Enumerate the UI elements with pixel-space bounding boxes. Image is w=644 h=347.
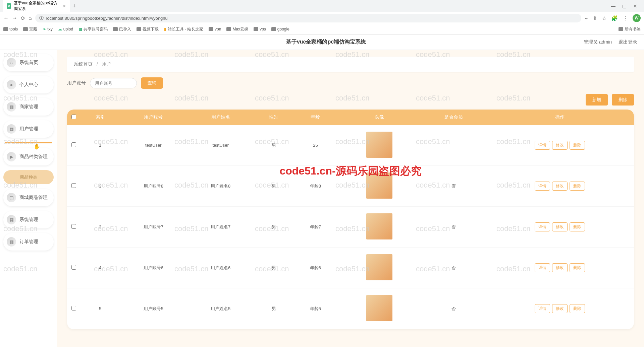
cell-account: 用户账号7 <box>120 207 187 248</box>
profile-avatar[interactable]: W <box>633 14 641 22</box>
bookmark-uplod[interactable]: ☁uplod <box>58 27 73 31</box>
tool-icon: ▮ <box>164 27 166 31</box>
menu-system[interactable]: ▦系统管理 <box>3 211 54 228</box>
new-tab-button[interactable]: + <box>72 3 76 10</box>
minimize-icon[interactable]: — <box>611 3 615 9</box>
add-button[interactable]: 新增 <box>586 94 608 106</box>
folder-icon <box>137 27 141 31</box>
menu-personal[interactable]: ●个人中心 <box>3 76 54 93</box>
folder-icon <box>226 27 231 31</box>
cell-account: 用户账号5 <box>120 288 187 329</box>
reload-icon[interactable]: ⟳ <box>21 15 25 21</box>
breadcrumb-home[interactable]: 系统首页 <box>74 61 93 67</box>
grid-icon: ▦ <box>7 215 16 224</box>
browser-tab[interactable]: V 基于vue全家桶的pc端仿淘宝系 × <box>3 0 70 14</box>
row-checkbox[interactable] <box>71 183 76 188</box>
maximize-icon[interactable]: ▢ <box>622 3 627 9</box>
bookmark-imported[interactable]: 已导入 <box>113 26 131 32</box>
user-icon: ● <box>7 80 16 89</box>
menu-home[interactable]: ⌂系统首页 <box>3 54 54 71</box>
cell-index: 5 <box>80 288 120 329</box>
key-icon[interactable]: ⌁ <box>585 15 588 21</box>
row-delete-button[interactable]: 删除 <box>570 141 585 150</box>
avatar-image <box>366 213 392 239</box>
menu-orders[interactable]: ▦订单管理 <box>3 233 54 251</box>
bookmark-max[interactable]: Max云梯 <box>226 26 248 32</box>
row-checkbox[interactable] <box>71 265 76 270</box>
menu-user-mgmt[interactable]: ▦用户管理 <box>3 120 54 138</box>
menu-category-sub[interactable]: 商品种类 <box>3 170 54 184</box>
select-all-checkbox[interactable] <box>71 115 76 119</box>
search-input[interactable] <box>90 78 137 88</box>
edit-button[interactable]: 修改 <box>552 182 568 191</box>
bookmark-all[interactable]: 所有书签 <box>619 26 641 32</box>
row-checkbox[interactable] <box>71 142 76 147</box>
row-delete-button[interactable]: 删除 <box>570 182 585 191</box>
site-info-icon[interactable]: ⓘ <box>39 15 44 21</box>
close-tab-icon[interactable]: × <box>63 3 66 9</box>
detail-button[interactable]: 详情 <box>535 141 550 150</box>
folder-icon <box>254 27 258 31</box>
bookmark-google[interactable]: google <box>271 27 289 31</box>
avatar-image <box>366 295 392 321</box>
row-delete-button[interactable]: 删除 <box>570 263 585 272</box>
bookmark-star-icon[interactable]: ☆ <box>602 15 606 21</box>
menu-icon[interactable]: ⋮ <box>623 15 628 21</box>
sidebar: ⌂系统首页 ●个人中心 ▦商家管理 ▦用户管理 ▶商品种类管理 商品种类 ▢商城… <box>0 50 57 347</box>
row-checkbox[interactable] <box>71 224 76 229</box>
cell-avatar <box>337 248 421 288</box>
search-button[interactable]: 查询 <box>141 77 163 89</box>
cell-account: 用户账号6 <box>120 248 187 288</box>
detail-button[interactable]: 详情 <box>535 304 550 313</box>
edit-button[interactable]: 修改 <box>552 141 568 150</box>
extensions-icon[interactable]: 🧩 <box>611 15 618 21</box>
edit-button[interactable]: 修改 <box>552 222 568 231</box>
url-input[interactable]: ⓘ localhost:8080/springbootkebgy/admin/d… <box>35 14 581 22</box>
cell-index: 3 <box>80 207 120 248</box>
row-delete-button[interactable]: 删除 <box>570 222 585 231</box>
bookmark-vps[interactable]: vps <box>254 27 266 31</box>
vue-favicon: V <box>7 3 11 9</box>
delete-button[interactable]: 删除 <box>612 94 634 106</box>
menu-category-mgmt[interactable]: ▶商品种类管理 <box>3 148 54 165</box>
menu-product-mgmt[interactable]: ▢商城商品管理 <box>3 189 54 206</box>
edit-button[interactable]: 修改 <box>552 304 568 313</box>
row-checkbox[interactable] <box>71 306 76 310</box>
col-avatar: 头像 <box>337 110 421 125</box>
col-name: 用户姓名 <box>187 110 254 125</box>
play-icon: ▶ <box>7 152 16 161</box>
bookmark-txy[interactable]: ❧txy <box>43 27 52 31</box>
cell-avatar <box>337 207 421 248</box>
breadcrumb: 系统首页 / 用户 <box>67 57 634 72</box>
folder-icon <box>3 27 8 31</box>
cell-gender: 男 <box>254 166 293 207</box>
bookmark-webmaster[interactable]: ▮站长工具 · 站长之家 <box>164 26 203 32</box>
cell-account: testUser <box>120 125 187 166</box>
cell-gender: 男 <box>254 207 293 248</box>
bookmark-vpn[interactable]: vpn <box>209 27 221 31</box>
table-row: 3 用户账号7 用户姓名7 男 年龄7 否 详情 修改 删除 <box>67 207 634 248</box>
detail-button[interactable]: 详情 <box>535 222 550 231</box>
home-icon[interactable]: ⌂ <box>29 15 32 21</box>
main-content: 系统首页 / 用户 用户账号 查询 新增 删除 索引 用户账号 用户姓名 <box>57 50 644 347</box>
leaf-icon: ❧ <box>43 27 46 31</box>
menu-merchant[interactable]: ▦商家管理 <box>3 98 54 116</box>
row-delete-button[interactable]: 删除 <box>570 304 585 313</box>
cell-member: 否 <box>421 288 486 329</box>
bookmark-tools[interactable]: tools <box>3 27 18 31</box>
bookmark-share-pwd[interactable]: ▦共享账号密码 <box>78 26 108 32</box>
bookmark-bar: tools 宝藏 ❧txy ☁uplod ▦共享账号密码 已导入 视频下载 ▮站… <box>0 24 644 34</box>
forward-icon[interactable]: → <box>12 15 17 21</box>
detail-button[interactable]: 详情 <box>535 263 550 272</box>
back-icon[interactable]: ← <box>3 15 9 21</box>
edit-button[interactable]: 修改 <box>552 263 568 272</box>
action-bar: 新增 删除 <box>67 94 634 106</box>
share-icon[interactable]: ⇪ <box>593 15 597 21</box>
cell-account: 用户账号8 <box>120 166 187 207</box>
bookmark-treasure[interactable]: 宝藏 <box>23 26 37 32</box>
close-window-icon[interactable]: ✕ <box>633 3 637 9</box>
logout-link[interactable]: 退出登录 <box>619 39 637 45</box>
cell-index: 1 <box>80 125 120 166</box>
detail-button[interactable]: 详情 <box>535 182 550 191</box>
bookmark-video-dl[interactable]: 视频下载 <box>137 26 159 32</box>
